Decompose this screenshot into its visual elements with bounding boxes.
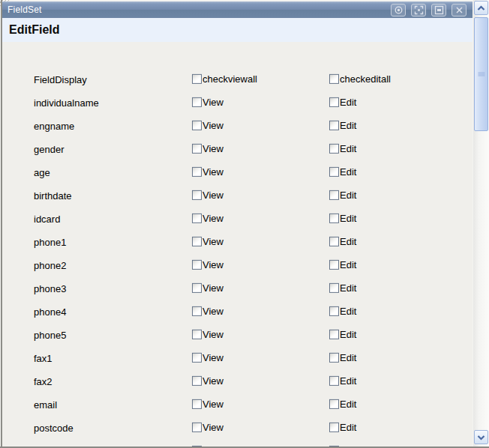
edit-cell: Edit (329, 189, 356, 200)
view-checkbox-label: View (202, 305, 224, 316)
edit-checkbox[interactable] (329, 306, 339, 315)
edit-cell: Edit (329, 212, 356, 223)
table-row: gender View Edit (2, 137, 472, 160)
view-checkbox-label: View (202, 421, 224, 432)
circle-window-button[interactable] (391, 4, 406, 16)
window-controls (391, 4, 466, 16)
edit-checkbox[interactable] (329, 375, 339, 385)
edit-cell: checkeditall (329, 73, 391, 84)
edit-checkbox[interactable] (329, 97, 339, 106)
table-row: phone1 View Edit (2, 230, 472, 253)
edit-checkbox[interactable] (329, 259, 339, 269)
table-row: FieldDisplay checkviewall checkeditall (2, 67, 472, 91)
titlebar[interactable]: FieldSet (2, 1, 472, 18)
edit-checkbox-label: Edit (340, 421, 356, 432)
view-checkbox[interactable] (192, 97, 202, 106)
edit-checkbox[interactable] (329, 143, 339, 153)
view-cell: View (192, 189, 224, 200)
edit-checkbox-label: Edit (340, 328, 356, 339)
restore-window-icon (434, 5, 444, 15)
view-checkbox[interactable] (192, 282, 202, 292)
edit-cell: Edit (329, 96, 356, 107)
thumb-grip-icon (478, 72, 484, 77)
view-cell: View (192, 142, 224, 154)
view-checkbox[interactable] (192, 213, 202, 223)
view-checkbox[interactable] (192, 120, 202, 130)
view-checkbox[interactable] (192, 236, 202, 246)
edit-cell: Edit (329, 119, 356, 130)
vertical-scrollbar[interactable] (473, 0, 489, 447)
view-checkbox[interactable] (192, 259, 202, 269)
view-checkbox[interactable] (192, 399, 202, 408)
table-row: idcard View Edit (2, 207, 472, 230)
close-button[interactable] (452, 4, 466, 16)
edit-checkbox[interactable] (329, 422, 339, 432)
edit-checkbox[interactable] (329, 213, 339, 223)
table-row: age View Edit (2, 160, 472, 184)
table-row: phone2 View Edit (2, 253, 472, 276)
view-cell: View (192, 305, 224, 316)
edit-checkbox-label: Edit (340, 398, 356, 409)
scroll-down-button[interactable] (474, 430, 488, 444)
edit-checkbox-label: Edit (340, 142, 356, 154)
field-label: individualname (34, 97, 99, 108)
view-cell: View (192, 166, 224, 177)
table-row: fax1 View Edit (2, 346, 472, 369)
edit-checkbox[interactable] (329, 190, 339, 199)
circle-button-icon (394, 5, 404, 15)
edit-checkbox[interactable] (329, 166, 339, 176)
edit-cell: Edit (329, 328, 356, 339)
edit-checkbox-label: Edit (340, 235, 356, 246)
edit-checkbox-label: Edit (340, 96, 356, 107)
view-checkbox[interactable] (192, 306, 202, 315)
field-label: gender (34, 143, 64, 154)
scroll-up-button[interactable] (474, 1, 488, 15)
fullscreen-button[interactable] (411, 4, 426, 16)
edit-checkbox[interactable] (329, 399, 339, 408)
view-checkbox[interactable] (192, 422, 202, 432)
edit-cell: Edit (329, 258, 356, 270)
table-row: fax2 View Edit (2, 369, 472, 393)
view-checkbox-label: View (202, 189, 224, 200)
edit-checkbox-label: Edit (340, 282, 356, 293)
field-label: FieldDisplay (34, 73, 87, 85)
edit-checkbox[interactable] (329, 329, 339, 339)
restore-window-button[interactable] (431, 4, 446, 16)
view-cell: View (192, 235, 224, 246)
close-icon (454, 5, 464, 15)
edit-checkbox-label: Edit (340, 351, 356, 363)
view-cell: View (192, 398, 224, 409)
view-checkbox[interactable] (192, 166, 202, 176)
view-checkbox-label: View (202, 166, 224, 177)
view-checkbox[interactable] (192, 352, 202, 362)
chevron-up-icon (477, 2, 485, 13)
edit-checkbox[interactable] (329, 120, 339, 130)
edit-cell: Edit (329, 282, 356, 293)
view-cell: View (192, 96, 224, 107)
view-checkbox[interactable] (192, 143, 202, 153)
view-checkbox[interactable] (192, 375, 202, 385)
view-checkbox-label: View (202, 282, 224, 293)
view-checkbox[interactable] (192, 329, 202, 339)
scrollbar-thumb[interactable] (474, 17, 488, 131)
view-checkbox-label: View (202, 351, 224, 363)
field-label: phone5 (34, 329, 66, 340)
edit-cell: Edit (329, 421, 356, 432)
view-checkbox[interactable] (192, 190, 202, 199)
window-left-border (1, 0, 2, 448)
edit-cell: Edit (329, 398, 356, 409)
field-label: postcode (34, 422, 74, 433)
edit-checkbox[interactable] (329, 352, 339, 362)
edit-cell: Edit (329, 166, 356, 177)
edit-cell: Edit (329, 142, 356, 154)
table-row: email View Edit (2, 393, 472, 416)
edit-checkbox-label: Edit (340, 189, 356, 200)
view-checkbox[interactable] (192, 73, 202, 83)
edit-checkbox[interactable] (329, 73, 339, 83)
edit-checkbox[interactable] (329, 236, 339, 246)
edit-checkbox[interactable] (329, 282, 339, 292)
view-checkbox-label: View (202, 212, 224, 223)
edit-checkbox-label: Edit (340, 119, 356, 130)
table-row: phone3 View Edit (2, 276, 472, 300)
edit-cell: Edit (329, 351, 356, 363)
